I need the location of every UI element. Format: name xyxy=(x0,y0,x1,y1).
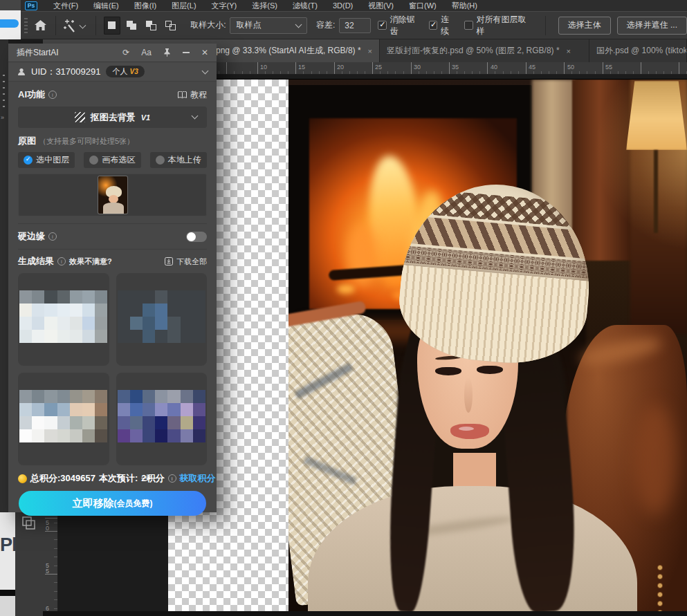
tolerance-input[interactable]: 32 xyxy=(339,18,371,33)
new-selection-button[interactable] xyxy=(104,17,120,35)
mosaic-cell xyxy=(143,416,155,429)
mosaic-cell xyxy=(181,304,193,317)
add-to-selection-button[interactable] xyxy=(123,17,140,35)
divider xyxy=(55,16,56,35)
close-icon[interactable]: × xyxy=(567,47,571,55)
options-grip[interactable] xyxy=(24,18,28,33)
menu-filter[interactable]: 滤镜(T) xyxy=(285,1,325,11)
intersect-selection-button[interactable] xyxy=(163,17,179,35)
toolbar-column xyxy=(15,512,43,616)
divider xyxy=(95,16,96,35)
behind-window-dark-bar xyxy=(0,590,15,596)
source-thumbnail[interactable] xyxy=(98,176,127,214)
subtract-selection-button[interactable] xyxy=(143,17,159,35)
source-image-hint: （支持最多可同时处理5张） xyxy=(39,136,134,147)
mosaic-cell xyxy=(70,290,82,304)
tutorial-link[interactable]: 教程 xyxy=(178,89,207,101)
feature-version: V1 xyxy=(141,113,150,122)
get-points-link[interactable]: 获取积分 xyxy=(180,472,216,485)
info-icon[interactable]: i xyxy=(57,257,66,265)
remove-now-button[interactable]: 立即移除(会员免费) xyxy=(19,491,206,516)
ember xyxy=(337,284,355,294)
download-all-button[interactable]: 下载全部 xyxy=(165,256,207,267)
source-option-local-upload[interactable]: 本地上传 xyxy=(150,152,207,168)
sample-size-select[interactable]: 取样点 xyxy=(230,17,307,34)
result-thumbnail-2[interactable] xyxy=(116,273,208,366)
tab-document-2[interactable]: 竖版封面-恢复的.psd @ 50% (图层 2, RGB/8) * × xyxy=(380,39,589,62)
source-option-selected-layer[interactable]: 选中图层 xyxy=(18,152,75,168)
ruler-label: 55 xyxy=(605,64,612,71)
points-row: 总积分:3049657 本次预计: 2积分 i 获取积分 xyxy=(18,465,207,489)
mosaic-cell xyxy=(118,290,130,304)
text-size-icon[interactable]: Aa xyxy=(141,48,152,57)
document-canvas[interactable] xyxy=(168,79,687,611)
wand-dropdown-icon[interactable] xyxy=(80,22,86,29)
mosaic-cell xyxy=(118,403,130,416)
radio-selected-icon xyxy=(24,156,33,165)
feature-select-cutout[interactable]: 抠图去背景 V1 xyxy=(18,106,207,128)
minimize-icon[interactable] xyxy=(183,52,190,53)
mosaic-cell xyxy=(82,403,95,416)
close-icon[interactable]: × xyxy=(368,47,372,55)
antialias-checkbox-group[interactable]: 消除锯齿 xyxy=(378,14,421,37)
menu-type[interactable]: 文字(Y) xyxy=(204,1,245,11)
mosaic-cell xyxy=(155,317,167,330)
menu-image[interactable]: 图像(I) xyxy=(127,1,164,11)
antialias-checkbox[interactable] xyxy=(378,21,386,30)
mosaic-cell xyxy=(193,416,205,429)
result-thumbnail-1[interactable] xyxy=(18,273,109,366)
plan-badge[interactable]: 个人 V3 xyxy=(106,66,144,77)
mosaic-cell xyxy=(19,390,32,403)
info-icon[interactable]: i xyxy=(168,474,176,483)
close-icon[interactable]: ✕ xyxy=(201,48,208,57)
chair-highlight xyxy=(634,404,676,515)
chevron-down-icon[interactable] xyxy=(202,67,209,74)
select-and-mask-button[interactable]: 选择并遮住 ... xyxy=(617,17,687,35)
menu-window[interactable]: 窗口(W) xyxy=(401,1,444,11)
tutorial-label: 教程 xyxy=(190,89,207,101)
menu-layer[interactable]: 图层(L) xyxy=(164,1,203,11)
sample-all-layers-checkbox-group[interactable]: 对所有图层取样 xyxy=(464,14,530,37)
vertical-ruler[interactable]: 50 55 60 xyxy=(43,512,58,611)
home-icon[interactable] xyxy=(33,17,49,35)
menu-3d[interactable]: 3D(D) xyxy=(325,1,360,10)
menu-select[interactable]: 选择(S) xyxy=(244,1,285,11)
mosaic-cell xyxy=(19,290,32,304)
menu-file[interactable]: 文件(F) xyxy=(46,1,86,11)
menu-edit[interactable]: 编辑(E) xyxy=(86,1,127,11)
magic-wand-icon[interactable] xyxy=(62,17,79,35)
chevron-down-icon xyxy=(192,113,199,120)
download-all-label: 下载全部 xyxy=(176,256,207,267)
sample-all-layers-checkbox[interactable] xyxy=(464,21,473,30)
behind-window-corner xyxy=(0,0,21,10)
plugin-panel-header[interactable]: 插件StartAI ⟳ Aa ✕ xyxy=(8,44,217,62)
mosaic-cell xyxy=(118,330,130,343)
contiguous-checkbox[interactable] xyxy=(429,21,437,30)
source-option-canvas-selection[interactable]: 画布选区 xyxy=(84,152,140,168)
contiguous-checkbox-group[interactable]: 连续 xyxy=(429,14,456,37)
refresh-icon[interactable]: ⟳ xyxy=(122,48,129,57)
mosaic-cell xyxy=(70,429,82,442)
mosaic-cell xyxy=(70,330,82,343)
mosaic-cell xyxy=(130,330,143,343)
results-feedback-link[interactable]: 效果不满意? xyxy=(69,256,112,267)
pin-icon[interactable] xyxy=(163,48,171,57)
photoshop-logo-icon: Ps xyxy=(25,1,37,10)
tab-document-3[interactable]: 国外.psd @ 100% (tiktok, xyxy=(589,39,687,62)
select-subject-button[interactable]: 选择主体 xyxy=(558,17,611,35)
result-thumbnail-4[interactable] xyxy=(116,373,208,465)
artboard-tool-icon[interactable] xyxy=(22,516,36,530)
info-icon[interactable]: i xyxy=(48,91,57,99)
mosaic-cell xyxy=(118,317,130,330)
hard-edge-toggle[interactable] xyxy=(186,232,207,242)
info-icon[interactable]: i xyxy=(48,232,57,241)
collapse-panels-icon[interactable]: » xyxy=(1,114,3,121)
panel-grip-dots-icon[interactable] xyxy=(3,70,5,107)
menu-view[interactable]: 视图(V) xyxy=(360,1,401,11)
photoshop-splash-logo: Ph xyxy=(0,534,15,556)
points-estimate-label: 本次预计: xyxy=(99,472,138,485)
user-icon xyxy=(17,68,26,76)
result-thumbnail-3[interactable] xyxy=(18,373,109,465)
uid-value: UID：317009291 xyxy=(31,66,100,78)
menu-help[interactable]: 帮助(H) xyxy=(444,1,485,11)
